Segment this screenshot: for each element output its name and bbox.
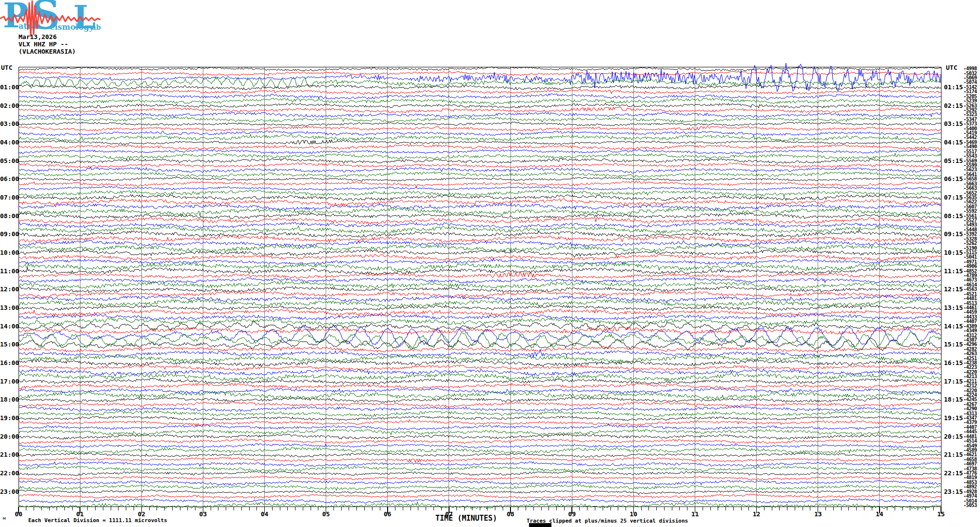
hour-label-left: 20:00 bbox=[0, 433, 18, 440]
x-tick-label: 01 bbox=[72, 510, 88, 518]
trace-offset-value: -5053 bbox=[963, 503, 977, 508]
seismic-trace-row-89 bbox=[19, 476, 941, 480]
x-tick-label: 02 bbox=[133, 510, 150, 518]
hour-label-left: 18:00 bbox=[0, 396, 18, 403]
seismic-trace-row-46 bbox=[19, 278, 941, 284]
hour-label-left: 05:00 bbox=[0, 158, 18, 164]
hour-label-left: 02:00 bbox=[0, 102, 18, 109]
seismic-trace-row-51 bbox=[19, 299, 941, 307]
seismic-trace-row-17 bbox=[19, 144, 941, 150]
seismic-trace-row-88 bbox=[19, 471, 941, 476]
seismic-trace-row-85 bbox=[19, 457, 941, 462]
seismic-trace-row-62 bbox=[19, 350, 941, 357]
seismic-trace-row-94 bbox=[19, 499, 941, 504]
seismic-trace-row-68 bbox=[19, 378, 941, 384]
seismic-trace-row-72 bbox=[19, 397, 941, 403]
hour-label-right: 20:15 bbox=[944, 433, 963, 440]
hour-label-left: 21:00 bbox=[0, 451, 18, 458]
hour-label-left: 06:00 bbox=[0, 176, 18, 182]
hour-label-right: 02:15 bbox=[944, 102, 963, 109]
hour-label-left: 03:00 bbox=[0, 121, 18, 127]
seismic-trace-row-55 bbox=[19, 317, 941, 326]
hour-label-left: 08:00 bbox=[0, 213, 18, 219]
seismic-trace-row-60 bbox=[19, 338, 941, 351]
hour-label-right: 18:15 bbox=[944, 396, 963, 403]
seismic-trace-row-86 bbox=[19, 462, 941, 467]
seismic-trace-row-9 bbox=[19, 107, 941, 113]
seismic-trace-row-38 bbox=[19, 240, 941, 247]
hour-label-left: 12:00 bbox=[0, 286, 18, 292]
x-tick-label: 08 bbox=[502, 510, 519, 518]
seismic-trace-row-78 bbox=[19, 424, 941, 430]
corner-glyph: м bbox=[3, 516, 5, 521]
hour-label-right: 11:15 bbox=[944, 268, 963, 274]
seismic-trace-row-25 bbox=[19, 181, 941, 188]
x-tick-label: 03 bbox=[195, 510, 211, 518]
seismic-trace-row-12 bbox=[19, 122, 941, 126]
seismic-trace-row-11 bbox=[19, 117, 941, 122]
seismic-trace-row-40 bbox=[19, 249, 941, 257]
seismic-trace-row-45 bbox=[19, 272, 941, 278]
scale-note: Each Vertical Division = 1111.11 microvo… bbox=[28, 517, 167, 524]
hour-label-left: 19:00 bbox=[0, 415, 18, 421]
hour-label-left: 13:00 bbox=[0, 304, 18, 311]
hour-label-left: 22:00 bbox=[0, 470, 18, 476]
seismic-trace-row-77 bbox=[19, 420, 941, 426]
seismic-trace-row-80 bbox=[19, 434, 941, 440]
hour-label-right: 07:15 bbox=[944, 194, 963, 201]
hour-label-left: 23:00 bbox=[0, 488, 18, 495]
x-tick-label: 12 bbox=[748, 510, 765, 518]
seismic-trace-row-75 bbox=[19, 410, 941, 417]
seismic-trace-row-37 bbox=[19, 236, 941, 243]
hour-label-left: 17:00 bbox=[0, 378, 18, 385]
hour-label-right: 08:15 bbox=[944, 213, 963, 219]
hour-label-right: 23:15 bbox=[944, 488, 963, 495]
seismic-trace-row-71 bbox=[19, 391, 941, 400]
hour-label-right: 13:15 bbox=[944, 304, 963, 311]
seismic-trace-row-79 bbox=[19, 429, 941, 435]
seismogram-plot bbox=[0, 0, 980, 527]
hour-label-right: 03:15 bbox=[944, 121, 963, 127]
x-tick-label: 05 bbox=[318, 510, 334, 518]
seismic-trace-row-13 bbox=[19, 126, 941, 131]
hour-label-left: 11:00 bbox=[0, 268, 18, 274]
hour-label-right: 06:15 bbox=[944, 176, 963, 182]
seismic-trace-row-21 bbox=[19, 162, 941, 168]
seismic-trace-row-34 bbox=[19, 222, 941, 228]
x-tick-label: 09 bbox=[564, 510, 580, 518]
hour-label-left: 07:00 bbox=[0, 194, 18, 201]
seismic-trace-row-49 bbox=[19, 291, 941, 298]
x-tick-label: 11 bbox=[686, 510, 703, 518]
seismic-trace-row-84 bbox=[19, 452, 941, 457]
x-tick-label: 04 bbox=[256, 510, 273, 518]
hour-label-right: 15:15 bbox=[944, 341, 963, 347]
hour-label-left: 16:00 bbox=[0, 360, 18, 366]
hour-label-right: 14:15 bbox=[944, 323, 963, 329]
webicorder-page: P atras S eismology L ab Mar13,2026 VLX … bbox=[0, 0, 980, 527]
x-tick-label: 00 bbox=[10, 510, 27, 518]
hour-label-right: 05:15 bbox=[944, 158, 963, 164]
hour-label-left: 14:00 bbox=[0, 323, 18, 329]
seismic-trace-row-32 bbox=[19, 213, 941, 220]
seismic-trace-row-5 bbox=[19, 89, 941, 95]
hour-label-right: 09:15 bbox=[944, 231, 963, 237]
seismic-trace-row-6 bbox=[19, 94, 941, 100]
seismic-trace-row-59 bbox=[19, 332, 941, 349]
hour-label-right: 10:15 bbox=[944, 249, 963, 256]
seismic-trace-row-65 bbox=[19, 365, 941, 371]
seismic-trace-row-19 bbox=[19, 153, 941, 159]
seismic-trace-row-22 bbox=[19, 167, 941, 173]
seismic-trace-row-10 bbox=[19, 112, 941, 118]
seismic-trace-row-76 bbox=[19, 416, 941, 421]
hour-label-left: 04:00 bbox=[0, 139, 18, 145]
seismic-trace-row-69 bbox=[19, 383, 941, 389]
seismic-trace-row-83 bbox=[19, 447, 941, 453]
x-tick-label: 13 bbox=[810, 510, 826, 518]
seismic-trace-row-81 bbox=[19, 439, 941, 444]
hour-label-left: 09:00 bbox=[0, 231, 18, 237]
hour-label-right: 17:15 bbox=[944, 378, 963, 385]
seismic-trace-row-54 bbox=[19, 313, 941, 320]
seismic-trace-row-31 bbox=[19, 207, 941, 216]
x-tick-label: 10 bbox=[625, 510, 642, 518]
seismic-trace-row-82 bbox=[19, 444, 941, 448]
